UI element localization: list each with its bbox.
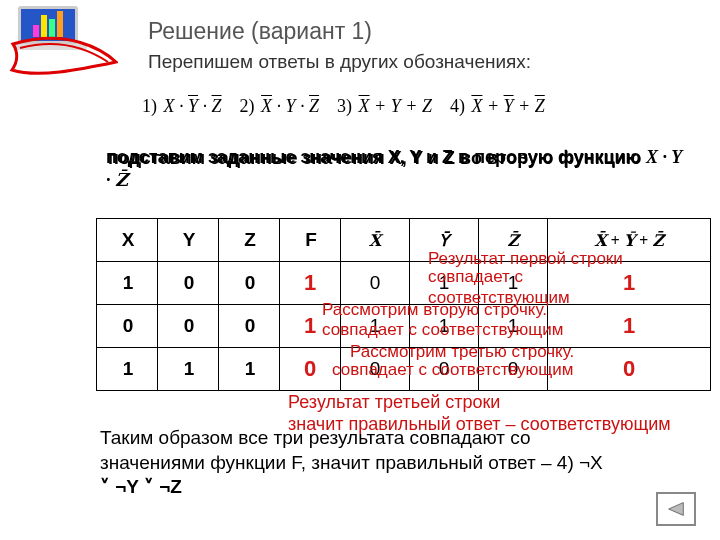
prev-button[interactable] [656, 492, 696, 526]
ribbon-icon [8, 36, 118, 86]
slide-logo [8, 6, 118, 76]
formula-row: 1) X · Y · Z 2) X · Y · Z 3) X + Y + Z 4… [142, 96, 545, 117]
note-2b: совпадает с соответствующим [322, 320, 702, 340]
note-1: Результат первой строки совпадает с [428, 250, 708, 286]
note-4: Результат третьей строки [288, 392, 688, 413]
slide-subtitle: Перепишем ответы в других обозначениях: [148, 50, 628, 74]
triangle-left-icon [665, 500, 687, 518]
note-3a: Рассмотрим третью строчку. [350, 342, 710, 362]
note-2a: Рассмотрим вторую строчку. [322, 300, 702, 320]
slide-title: Решение (вариант 1) [148, 18, 372, 45]
note-3b: совпадает с соответствующим [332, 360, 712, 380]
conclusion: Таким образом все три результата совпада… [100, 426, 660, 500]
